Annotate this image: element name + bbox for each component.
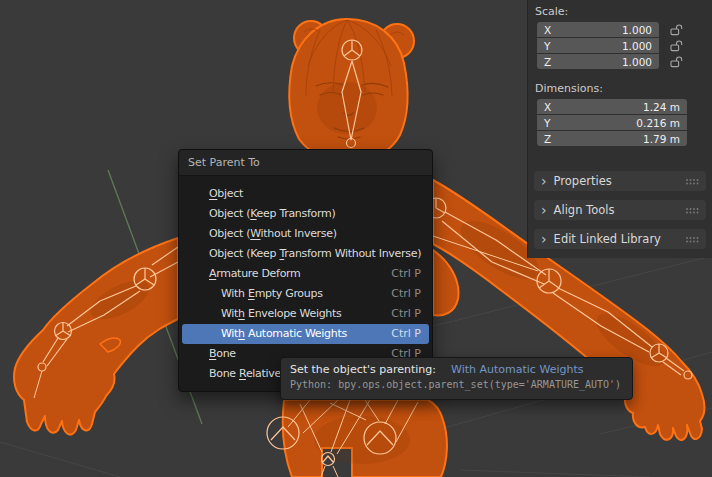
grip-icon[interactable]: [685, 207, 699, 214]
scale-y-field[interactable]: Y 1.000: [537, 38, 659, 53]
sidebar-panels: › Properties › Align Tools › Edit Linked…: [528, 171, 712, 249]
scale-y-row: Y 1.000: [537, 38, 712, 53]
axis-value: 1.000: [622, 56, 652, 68]
menu-item-object-keep-transform[interactable]: Object (Keep Transform): [182, 204, 429, 224]
tooltip-label: Set the object's parenting:: [290, 363, 436, 376]
unlock-icon[interactable]: [668, 55, 684, 69]
operator-tooltip: Set the object's parenting:With Automati…: [280, 357, 633, 400]
menu-title: Set Parent To: [179, 150, 432, 176]
menu-item-label: Bone: [209, 344, 236, 364]
menu-item-label: Object: [209, 184, 243, 204]
menu-item-label: Object (Keep Transform Without Inverse): [209, 244, 421, 264]
unlock-icon[interactable]: [668, 23, 684, 37]
dimensions-y-row: Y 0.216 m: [537, 115, 712, 130]
scale-x-field[interactable]: X 1.000: [537, 22, 659, 37]
menu-item-armature-deform[interactable]: Armature Deform Ctrl P: [182, 264, 429, 284]
panel-edit-linked-library[interactable]: › Edit Linked Library: [534, 229, 706, 249]
axis-label: Y: [544, 117, 550, 129]
panel-properties[interactable]: › Properties: [534, 171, 706, 191]
dimensions-y-field[interactable]: Y 0.216 m: [537, 115, 687, 130]
tooltip-python: Python: bpy.ops.object.parent_set(type='…: [290, 379, 623, 390]
panel-align-tools[interactable]: › Align Tools: [534, 200, 706, 220]
menu-item-label: With Empty Groups: [221, 284, 323, 304]
axis-value: 0.216 m: [636, 117, 680, 129]
menu-item-with-automatic-weights[interactable]: With Automatic Weights Ctrl P: [182, 324, 429, 344]
left-arm: [14, 238, 178, 435]
axis-value: 1.24 m: [643, 101, 680, 113]
axis-label: Y: [544, 40, 550, 52]
sidebar-n-panel: Scale: X 1.000 Y 1.000 Z 1.: [527, 0, 712, 258]
menu-item-with-empty-groups[interactable]: With Empty Groups Ctrl P: [182, 284, 429, 304]
menu-item-label: Object (Without Inverse): [209, 224, 337, 244]
axis-value: 1.000: [622, 24, 652, 36]
menu-item-label: Armature Deform: [209, 264, 301, 284]
menu-item-object-without-inverse[interactable]: Object (Without Inverse): [182, 224, 429, 244]
scale-x-row: X 1.000: [537, 22, 712, 37]
dimensions-x-row: X 1.24 m: [537, 99, 712, 114]
tooltip-value: With Automatic Weights: [451, 363, 583, 376]
panel-label: Align Tools: [554, 203, 615, 217]
grip-icon[interactable]: [685, 236, 699, 243]
panel-label: Edit Linked Library: [554, 232, 661, 246]
chevron-right-icon: ›: [541, 200, 547, 220]
menu-item-shortcut: Ctrl P: [391, 304, 421, 324]
grip-icon[interactable]: [685, 178, 699, 185]
dimensions-label: Dimensions:: [535, 82, 712, 95]
axis-label: X: [544, 101, 551, 113]
chevron-right-icon: ›: [541, 229, 547, 249]
menu-item-label: Object (Keep Transform): [209, 204, 335, 224]
dimensions-z-field[interactable]: Z 1.79 m: [537, 131, 687, 146]
axis-label: Z: [544, 56, 551, 68]
panel-label: Properties: [554, 174, 612, 188]
menu-item-with-envelope-weights[interactable]: With Envelope Weights Ctrl P: [182, 304, 429, 324]
menu-item-shortcut: Ctrl P: [391, 324, 421, 344]
set-parent-to-menu: Set Parent To Object Object (Keep Transf…: [178, 149, 433, 392]
chevron-right-icon: ›: [541, 171, 547, 191]
menu-item-label: Bone Relative: [209, 364, 281, 384]
dimensions-x-field[interactable]: X 1.24 m: [537, 99, 687, 114]
axis-label: X: [544, 24, 551, 36]
right-underarm: [433, 250, 458, 315]
unlock-icon[interactable]: [668, 39, 684, 53]
dimensions-z-row: Z 1.79 m: [537, 131, 712, 146]
scale-z-row: Z 1.000: [537, 54, 712, 69]
menu-item-shortcut: Ctrl P: [391, 284, 421, 304]
axis-value: 1.79 m: [643, 133, 680, 145]
scale-z-field[interactable]: Z 1.000: [537, 54, 659, 69]
menu-item-label: With Envelope Weights: [221, 304, 341, 324]
menu-item-object-keep-transform-without-inverse[interactable]: Object (Keep Transform Without Inverse): [182, 244, 429, 264]
menu-item-shortcut: Ctrl P: [391, 264, 421, 284]
menu-item-object[interactable]: Object: [182, 184, 429, 204]
scale-label: Scale:: [535, 5, 712, 18]
blender-window: Scale: X 1.000 Y 1.000 Z 1.: [0, 0, 712, 477]
menu-item-label: With Automatic Weights: [221, 324, 347, 344]
axis-label: Z: [544, 133, 551, 145]
axis-value: 1.000: [622, 40, 652, 52]
